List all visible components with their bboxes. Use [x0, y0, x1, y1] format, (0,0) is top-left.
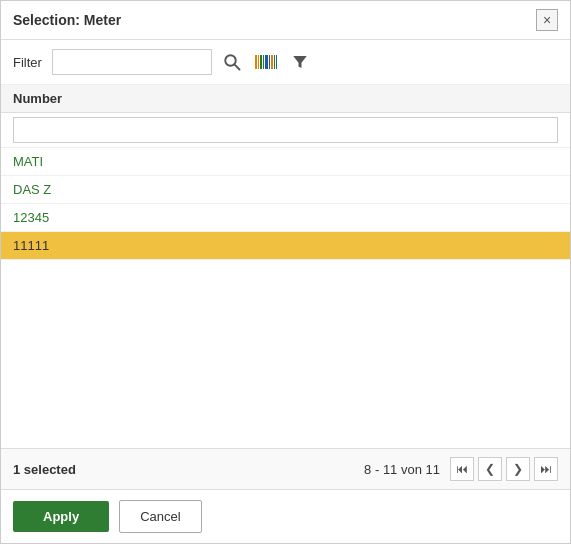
next-page-button[interactable]: ❯: [506, 457, 530, 481]
svg-rect-8: [271, 55, 273, 69]
svg-rect-6: [265, 55, 268, 69]
prev-page-button[interactable]: ❮: [478, 457, 502, 481]
apply-button[interactable]: Apply: [13, 501, 109, 532]
svg-line-1: [235, 65, 240, 70]
svg-rect-4: [260, 55, 262, 69]
page-info: 8 - 11 von 11: [364, 462, 440, 477]
filter-button[interactable]: [286, 48, 314, 76]
selected-count: 1 selected: [13, 462, 76, 477]
last-page-button[interactable]: ⏭: [534, 457, 558, 481]
svg-rect-7: [269, 55, 270, 69]
selection-meter-dialog: Selection: Meter × Filter: [0, 0, 571, 544]
svg-rect-9: [274, 55, 275, 69]
list-container: MATIDAS Z1234511111: [1, 148, 570, 448]
table-search-input[interactable]: [13, 117, 558, 143]
table-column-header: Number: [1, 85, 570, 113]
barcode-button[interactable]: [252, 48, 280, 76]
svg-rect-2: [255, 55, 257, 69]
svg-rect-5: [263, 55, 264, 69]
filter-label: Filter: [13, 55, 42, 70]
filter-input[interactable]: [52, 49, 212, 75]
first-page-button[interactable]: ⏮: [450, 457, 474, 481]
close-button[interactable]: ×: [536, 9, 558, 31]
dialog-title: Selection: Meter: [13, 12, 121, 28]
filter-row: Filter: [1, 40, 570, 85]
search-icon: [223, 53, 241, 71]
list-item[interactable]: 12345: [1, 204, 570, 232]
list-item[interactable]: DAS Z: [1, 176, 570, 204]
pagination: 8 - 11 von 11 ⏮ ❮ ❯ ⏭: [364, 457, 558, 481]
action-bar: Apply Cancel: [1, 489, 570, 543]
list-item[interactable]: 11111: [1, 232, 570, 260]
svg-rect-10: [276, 55, 277, 69]
list-item[interactable]: MATI: [1, 148, 570, 176]
footer-bar: 1 selected 8 - 11 von 11 ⏮ ❮ ❯ ⏭: [1, 448, 570, 489]
dialog-header: Selection: Meter ×: [1, 1, 570, 40]
barcode-icon: [255, 53, 277, 71]
cancel-button[interactable]: Cancel: [119, 500, 201, 533]
search-button[interactable]: [218, 48, 246, 76]
funnel-icon: [291, 53, 309, 71]
svg-rect-3: [258, 55, 259, 69]
table-search-row: [1, 113, 570, 148]
